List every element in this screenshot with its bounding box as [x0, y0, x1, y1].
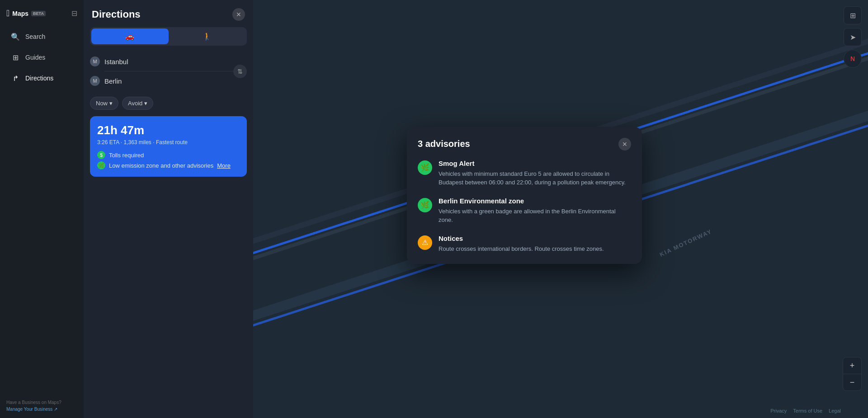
car-tab[interactable]: 🚗: [91, 28, 169, 44]
notices-desc: Route crosses international borders. Rou…: [439, 244, 604, 254]
directions-icon: ↱: [11, 74, 20, 83]
smog-alert-content: Smog Alert Vehicles with minimum standar…: [439, 160, 631, 187]
origin-dot: M: [90, 56, 100, 66]
route-eta: 3:26 ETA: [97, 139, 119, 146]
sidebar-item-directions-label: Directions: [25, 75, 53, 82]
app-title: Maps: [12, 10, 28, 17]
directions-panel: Directions ✕ 🚗 🚶 M Istanbul M Berlin ⇅ N…: [84, 0, 253, 418]
location-icon: ➤: [850, 33, 856, 42]
route-card[interactable]: 21h 47m 3:26 ETA · 1,363 miles · Fastest…: [90, 116, 247, 177]
compass-button[interactable]: N: [844, 50, 862, 68]
advisory-item: 🌿 Low emission zone and other advisories…: [97, 161, 240, 169]
tolls-label: Tolls required: [109, 152, 144, 159]
time-filter-button[interactable]: Now ▾: [90, 97, 118, 110]
route-details: 3:26 ETA · 1,363 miles · Fastest route: [97, 139, 240, 146]
legal-link[interactable]: Legal: [829, 408, 841, 413]
sidebar-item-search[interactable]: 🔍 Search: [3, 27, 81, 47]
close-panel-button[interactable]: ✕: [232, 8, 245, 21]
filter-row: Now ▾ Avoid ▾: [90, 97, 247, 110]
close-icon: ✕: [236, 11, 241, 18]
route-info-items: $ Tolls required 🌿 Low emission zone and…: [97, 151, 240, 169]
more-link[interactable]: More: [217, 162, 231, 169]
sidebar-item-guides[interactable]: ⊞ Guides: [3, 47, 81, 67]
smog-alert-icon: 🌿: [418, 160, 432, 175]
avoid-filter-button[interactable]: Avoid ▾: [122, 97, 153, 110]
route-inputs: M Istanbul M Berlin ⇅: [90, 52, 247, 90]
sidebar-toggle-button[interactable]: ⊟: [71, 9, 77, 18]
walk-tab[interactable]: 🚶: [169, 28, 246, 44]
destination-input[interactable]: Berlin: [104, 77, 247, 85]
guides-icon: ⊞: [11, 53, 20, 62]
avoid-filter-arrow: ▾: [144, 100, 147, 107]
privacy-link[interactable]: Privacy: [770, 408, 787, 413]
apple-icon: : [6, 8, 9, 19]
modal-title: 3 advisories: [418, 139, 470, 149]
map-controls: ⊞ ➤ N: [844, 6, 862, 68]
car-icon: 🚗: [125, 32, 134, 41]
notices-icon: ⚠: [418, 235, 432, 250]
transport-tabs: 🚗 🚶: [90, 27, 247, 46]
destination-row: M Berlin: [90, 71, 247, 90]
sidebar:  Maps BETA ⊟ 🔍 Search ⊞ Guides ↱ Direct…: [0, 0, 84, 418]
terms-link[interactable]: Terms of Use: [793, 408, 822, 413]
compass-icon: N: [850, 55, 855, 62]
advisory-icon: 🌿: [97, 161, 105, 169]
env-zone-content: Berlin Environmental zone Vehicles with …: [439, 197, 631, 225]
smog-alert-title: Smog Alert: [439, 160, 631, 167]
modal-close-icon: ✕: [622, 141, 627, 148]
sidebar-toggle-icon: ⊟: [71, 9, 77, 17]
search-icon: 🔍: [11, 32, 20, 41]
tolls-item: $ Tolls required: [97, 151, 240, 159]
time-filter-label: Now: [96, 100, 108, 107]
sidebar-item-guides-label: Guides: [25, 54, 45, 61]
swap-button[interactable]: ⇅: [233, 65, 247, 78]
app-logo:  Maps BETA: [6, 8, 46, 19]
route-type: Fastest route: [156, 139, 188, 146]
smog-alert-desc: Vehicles with minimum standard Euro 5 ar…: [439, 169, 631, 187]
destination-dot: M: [90, 76, 100, 86]
footer-line1: Have a Business on Maps?: [6, 400, 61, 405]
advisory-label: Low emission zone and other advisories: [109, 162, 213, 169]
zoom-in-button[interactable]: +: [843, 357, 861, 374]
env-zone-icon: 🌿: [418, 198, 432, 212]
origin-input[interactable]: Istanbul: [104, 58, 247, 66]
sidebar-footer: Have a Business on Maps? Manage Your Bus…: [0, 394, 84, 418]
advisory-modal: 3 advisories ✕ 🌿 Smog Alert Vehicles wit…: [407, 127, 642, 264]
panel-title: Directions: [92, 9, 141, 20]
notices-title: Notices: [439, 235, 604, 242]
advisory-item-notice: ⚠ Notices Route crosses international bo…: [418, 235, 631, 254]
route-distance: 1,363 miles: [124, 139, 151, 146]
avoid-filter-label: Avoid: [128, 100, 142, 107]
sidebar-nav: 🔍 Search ⊞ Guides ↱ Directions: [0, 25, 84, 90]
zoom-controls: + −: [843, 357, 862, 391]
panel-header: Directions ✕: [84, 0, 253, 27]
env-zone-title: Berlin Environmental zone: [439, 197, 631, 205]
layers-icon: ⊞: [850, 11, 856, 20]
origin-row: M Istanbul: [90, 52, 247, 71]
sidebar-item-directions[interactable]: ↱ Directions: [3, 68, 81, 88]
tolls-icon: $: [97, 151, 105, 159]
layers-button[interactable]: ⊞: [844, 6, 862, 24]
env-zone-desc: Vehicles with a green badge are allowed …: [439, 207, 631, 225]
swap-icon: ⇅: [237, 68, 243, 75]
modal-header: 3 advisories ✕: [418, 138, 631, 150]
sidebar-header:  Maps BETA ⊟: [0, 5, 84, 25]
advisory-item-smog: 🌿 Smog Alert Vehicles with minimum stand…: [418, 160, 631, 187]
beta-badge: BETA: [31, 11, 46, 16]
map-footer: Privacy Terms of Use Legal: [770, 408, 841, 413]
modal-close-button[interactable]: ✕: [618, 138, 631, 150]
footer-manage-link[interactable]: Manage Your Business ↗: [6, 407, 57, 412]
location-button[interactable]: ➤: [844, 28, 862, 46]
route-duration: 21h 47m: [97, 123, 240, 137]
sidebar-item-search-label: Search: [25, 33, 45, 40]
advisory-item-env: 🌿 Berlin Environmental zone Vehicles wit…: [418, 197, 631, 225]
notices-content: Notices Route crosses international bord…: [439, 235, 604, 254]
time-filter-arrow: ▾: [109, 100, 113, 107]
zoom-out-button[interactable]: −: [843, 374, 861, 390]
map-area[interactable]: KIA MOTORWAY ⊞ ➤ N + − Privacy Terms of …: [253, 0, 868, 418]
walk-icon: 🚶: [203, 32, 212, 41]
